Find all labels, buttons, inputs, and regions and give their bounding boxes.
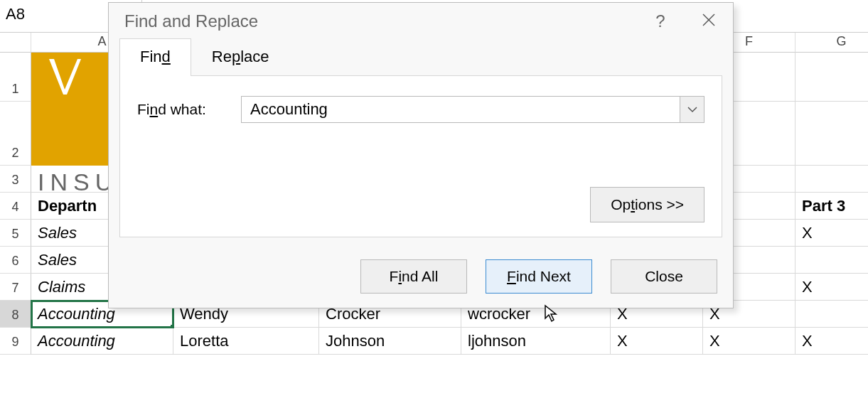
find-next-button[interactable]: Find Next [486,259,592,294]
find-replace-dialog: Find and Replace ? Find Replace Find wha… [108,2,734,308]
find-all-button[interactable]: Find All [360,259,467,294]
dialog-title: Find and Replace [124,11,258,31]
cell-c9[interactable]: Johnson [319,328,461,355]
header-part3[interactable]: Part 3 [795,193,868,220]
row-header-3[interactable]: 3 [0,166,31,193]
row-header-4[interactable]: 4 [0,193,31,220]
row-header-2[interactable]: 2 [0,102,31,166]
row-header-5[interactable]: 5 [0,220,31,247]
tab-replace[interactable]: Replace [191,38,290,76]
select-all-corner[interactable] [0,33,31,53]
cell-g7[interactable]: X [795,274,868,301]
find-what-combo[interactable] [241,96,704,123]
cell-g9[interactable]: X [795,328,868,355]
find-what-label: Find what: [137,101,223,118]
tab-find[interactable]: Find [119,38,191,76]
dialog-tabs: Find Replace [109,38,733,76]
dialog-actions: Find All Find Next Close [109,248,733,308]
options-button[interactable]: Options >> [590,187,704,222]
find-what-input[interactable] [242,97,680,122]
row-header-8[interactable]: 8 [0,301,31,328]
cell-b9[interactable]: Loretta [173,328,319,355]
row-header-7[interactable]: 7 [0,274,31,301]
dropdown-button[interactable] [680,97,704,122]
dialog-titlebar[interactable]: Find and Replace ? [109,3,733,38]
col-header-g[interactable]: G [795,33,868,53]
cell[interactable] [795,53,868,102]
cell-d9[interactable]: ljohnson [461,328,611,355]
cell[interactable] [795,166,868,193]
close-icon[interactable] [699,11,719,31]
cell-f9[interactable]: X [703,328,795,355]
row-header-6[interactable]: 6 [0,247,31,274]
cell-e9[interactable]: X [611,328,703,355]
cell-g8[interactable] [795,301,868,328]
cell[interactable] [795,247,868,274]
row-header-1[interactable]: 1 [0,53,31,102]
logo-v-icon [45,55,88,98]
cell-g5[interactable]: X [795,220,868,247]
chevron-down-icon [687,106,697,113]
dialog-panel: Find what: Options >> [119,75,722,237]
help-button[interactable]: ? [650,11,670,31]
row-header-9[interactable]: 9 [0,328,31,355]
cell-a9[interactable]: Accounting [31,328,173,355]
close-button[interactable]: Close [611,259,717,294]
cell[interactable] [795,102,868,166]
